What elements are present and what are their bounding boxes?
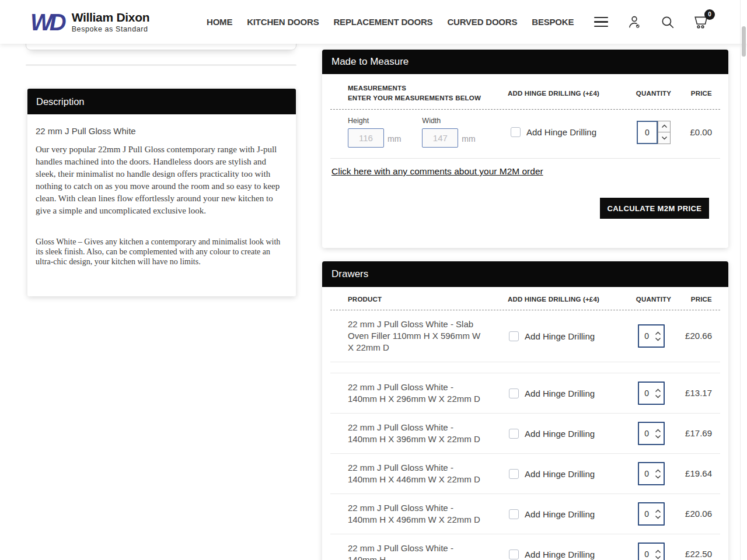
row-spacer xyxy=(330,362,720,373)
hinge-label: Add Hinge Drilling xyxy=(525,550,595,559)
row-price: £17.69 xyxy=(685,428,712,438)
description-card: Description 22 mm J Pull Gloss White Our… xyxy=(27,89,296,296)
table-row: 22 mm J Pull Gloss White - 140mm H Add H… xyxy=(330,534,720,560)
m2m-hinge-checkbox[interactable] xyxy=(511,127,521,137)
m2m-comments-link[interactable]: Click here with any comments about your … xyxy=(331,166,543,176)
drawers-col-quantity: QUANTITY xyxy=(619,296,688,303)
hinge-checkbox-group[interactable]: Add Hinge Drilling xyxy=(509,388,595,398)
quantity-down-icon xyxy=(655,555,661,559)
product-name: 22 mm J Pull Gloss White - 140mm H X 496… xyxy=(330,502,487,526)
product-name: 22 mm J Pull Gloss White - Slab Oven Fil… xyxy=(330,318,487,354)
logo-tagline: Bespoke as Standard xyxy=(72,25,150,33)
hinge-checkbox[interactable] xyxy=(509,509,519,519)
width-input[interactable] xyxy=(422,128,458,148)
width-label: Width xyxy=(422,117,475,125)
quantity-stepper[interactable]: 0 xyxy=(638,324,665,348)
m2m-quantity-stepper[interactable]: 0 xyxy=(637,121,671,144)
height-field-group: Height mm xyxy=(348,117,401,148)
calculate-m2m-price-button[interactable]: CALCULATE M2M PRICE xyxy=(600,198,709,219)
search-icon[interactable] xyxy=(660,15,675,30)
quantity-value[interactable]: 0 xyxy=(639,509,655,519)
cart-icon[interactable]: 0 xyxy=(693,15,708,30)
hinge-checkbox[interactable] xyxy=(509,429,519,439)
drawers-rows: 22 mm J Pull Gloss White - Slab Oven Fil… xyxy=(330,310,720,560)
nav-item-home[interactable]: HOME xyxy=(207,17,232,27)
main-nav: HOME KITCHEN DOORS REPLACEMENT DOORS CUR… xyxy=(207,0,574,44)
row-price: £22.50 xyxy=(685,549,712,559)
made-to-measure-title: Made to Measure xyxy=(331,56,409,68)
description-title: Description xyxy=(36,96,85,107)
height-input[interactable] xyxy=(348,128,384,148)
table-row: 22 mm J Pull Gloss White - 140mm H X 496… xyxy=(330,494,720,534)
logo-name: William Dixon xyxy=(72,10,150,24)
quantity-up-icon xyxy=(655,550,661,554)
quantity-stepper[interactable]: 0 xyxy=(638,422,665,445)
quantity-stepper[interactable]: 0 xyxy=(638,502,665,526)
nav-item-kitchen-doors[interactable]: KITCHEN DOORS xyxy=(247,17,319,27)
quantity-value[interactable]: 0 xyxy=(639,429,655,438)
nav-item-curved-doors[interactable]: CURVED DOORS xyxy=(447,17,517,27)
m2m-input-row: Height mm Width mm xyxy=(330,110,720,159)
quantity-stepper[interactable]: 0 xyxy=(638,462,665,485)
hinge-checkbox-group[interactable]: Add Hinge Drilling xyxy=(509,469,595,479)
hinge-label: Add Hinge Drilling xyxy=(525,331,595,341)
m2m-col-hinge: ADD HINGE DRILLING (+£4) xyxy=(488,90,619,97)
hinge-label: Add Hinge Drilling xyxy=(525,509,595,519)
row-price: £20.06 xyxy=(685,509,712,519)
table-row: 22 mm J Pull Gloss White - 140mm H X 446… xyxy=(330,454,720,494)
hinge-checkbox[interactable] xyxy=(509,331,519,341)
m2m-col-price: PRICE xyxy=(688,90,720,97)
quantity-value[interactable]: 0 xyxy=(639,550,655,559)
product-name: 22 mm J Pull Gloss White - 140mm H X 396… xyxy=(330,422,487,445)
quantity-stepper[interactable]: 0 xyxy=(638,382,665,405)
m2m-quantity-down-icon[interactable] xyxy=(658,132,671,144)
quantity-value[interactable]: 0 xyxy=(639,469,655,478)
hinge-checkbox-group[interactable]: Add Hinge Drilling xyxy=(509,429,595,439)
m2m-quantity-value[interactable]: 0 xyxy=(637,121,658,144)
row-price: £13.17 xyxy=(685,388,712,398)
drawers-col-hinge: ADD HINGE DRILLING (+£4) xyxy=(488,296,619,303)
drawers-header-bar: Drawers xyxy=(322,261,728,287)
product-name: 22 mm J Pull Gloss White - 140mm H X 446… xyxy=(330,462,487,485)
drawers-table-header: PRODUCT ADD HINGE DRILLING (+£4) QUANTIT… xyxy=(330,287,720,310)
quantity-up-icon xyxy=(655,429,661,433)
quantity-value[interactable]: 0 xyxy=(639,331,655,341)
menu-icon[interactable] xyxy=(594,15,609,30)
hinge-checkbox[interactable] xyxy=(509,550,519,559)
account-icon[interactable] xyxy=(627,15,642,30)
nav-item-bespoke[interactable]: BESPOKE xyxy=(532,17,574,27)
product-name: 22 mm J Pull Gloss White - 140mm H xyxy=(330,542,487,560)
quantity-down-icon xyxy=(655,435,661,439)
m2m-price-value: £0.00 xyxy=(690,127,712,137)
m2m-col-measurements: MEASUREMENTS ENTER YOUR MEASUREMENTS BEL… xyxy=(330,83,488,103)
row-price: £19.64 xyxy=(685,468,712,478)
drawers-card: Drawers PRODUCT ADD HINGE DRILLING (+£4)… xyxy=(322,261,728,560)
nav-item-replacement-doors[interactable]: REPLACEMENT DOORS xyxy=(333,17,432,27)
hinge-checkbox-group[interactable]: Add Hinge Drilling xyxy=(509,550,595,559)
hinge-checkbox-group[interactable]: Add Hinge Drilling xyxy=(509,509,595,519)
site-logo[interactable]: WD William Dixon Bespoke as Standard xyxy=(30,10,149,34)
quantity-value[interactable]: 0 xyxy=(639,388,655,398)
left-column-divider xyxy=(26,64,296,66)
hinge-checkbox[interactable] xyxy=(509,469,519,479)
row-price: £20.66 xyxy=(685,331,712,341)
description-header-bar: Description xyxy=(27,89,296,114)
width-unit-label: mm xyxy=(462,134,475,148)
drawers-col-product: PRODUCT xyxy=(330,296,488,303)
quantity-down-icon xyxy=(655,337,661,341)
site-header: WD William Dixon Bespoke as Standard HOM… xyxy=(0,0,747,44)
m2m-col-quantity: QUANTITY xyxy=(619,90,688,97)
m2m-table-header: MEASUREMENTS ENTER YOUR MEASUREMENTS BEL… xyxy=(330,74,720,110)
drawers-title: Drawers xyxy=(331,268,368,280)
m2m-hinge-checkbox-group[interactable]: Add Hinge Drilling xyxy=(511,127,596,137)
hinge-label: Add Hinge Drilling xyxy=(525,388,595,398)
scrollbar-thumb[interactable] xyxy=(742,26,746,57)
page-scrollbar[interactable] xyxy=(740,0,747,560)
quantity-stepper[interactable]: 0 xyxy=(638,542,665,560)
quantity-up-icon xyxy=(655,509,661,513)
quantity-up-icon xyxy=(655,469,661,473)
hinge-checkbox-group[interactable]: Add Hinge Drilling xyxy=(509,331,595,341)
hinge-checkbox[interactable] xyxy=(509,388,519,398)
m2m-quantity-up-icon[interactable] xyxy=(658,121,671,132)
hinge-label: Add Hinge Drilling xyxy=(525,469,595,479)
